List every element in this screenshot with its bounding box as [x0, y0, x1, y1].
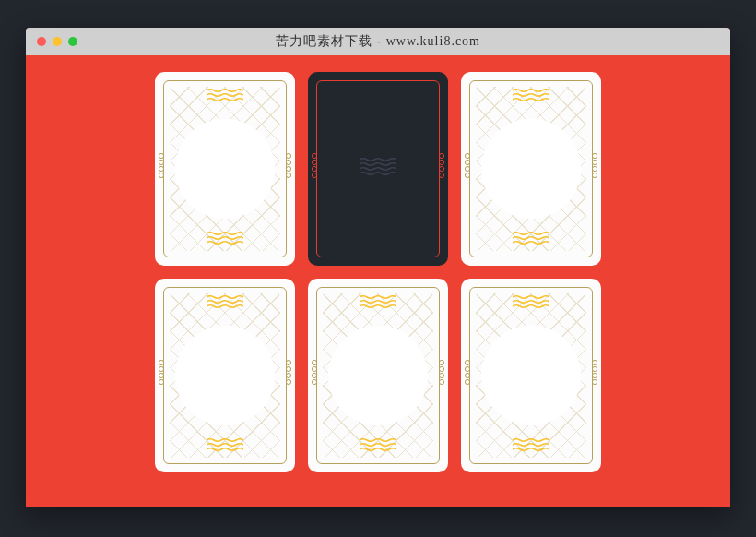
wave-icon: [513, 295, 549, 313]
spiral-icon: [311, 359, 318, 392]
svg-point-12: [439, 153, 443, 158]
svg-point-31: [286, 379, 290, 384]
svg-point-16: [465, 153, 469, 158]
wave-icon: [207, 232, 243, 249]
svg-point-36: [439, 360, 443, 364]
svg-point-30: [286, 373, 290, 377]
card-light[interactable]: [461, 279, 601, 472]
svg-point-7: [286, 173, 290, 177]
svg-point-43: [465, 379, 469, 384]
card-circle: [481, 119, 581, 219]
svg-point-15: [439, 173, 443, 177]
window-title: 苦力吧素材下载 - www.kuli8.com: [26, 33, 730, 50]
wave-icon: [360, 158, 396, 180]
svg-point-14: [439, 166, 443, 171]
svg-point-8: [312, 153, 316, 158]
card-light[interactable]: [155, 72, 295, 266]
card-light[interactable]: [155, 279, 295, 472]
svg-point-40: [465, 360, 469, 364]
svg-point-39: [439, 379, 443, 384]
svg-point-41: [465, 366, 469, 371]
svg-point-35: [312, 379, 316, 384]
svg-point-2: [159, 166, 163, 171]
svg-point-9: [312, 160, 316, 164]
svg-point-3: [159, 173, 163, 177]
svg-point-33: [312, 366, 316, 371]
svg-point-45: [592, 366, 597, 371]
wave-icon: [207, 89, 243, 106]
svg-point-37: [439, 366, 443, 371]
svg-point-44: [592, 360, 597, 364]
card-circle: [481, 326, 581, 425]
spiral-icon: [591, 152, 598, 185]
wave-icon: [360, 438, 396, 456]
svg-point-17: [465, 160, 469, 164]
svg-point-10: [312, 166, 316, 171]
card-light[interactable]: [461, 72, 601, 266]
svg-point-46: [592, 373, 597, 377]
spiral-icon: [591, 359, 598, 392]
svg-point-21: [592, 160, 597, 164]
svg-point-34: [312, 373, 316, 377]
svg-point-27: [159, 379, 163, 384]
svg-point-13: [439, 160, 443, 164]
svg-point-0: [159, 153, 163, 158]
spiral-icon: [285, 152, 292, 185]
svg-point-32: [312, 360, 316, 364]
wave-icon: [513, 232, 549, 249]
svg-point-23: [592, 173, 597, 177]
svg-point-28: [286, 360, 290, 364]
wave-icon: [513, 89, 549, 106]
card-circle: [175, 326, 275, 425]
card-circle: [175, 119, 275, 219]
svg-point-24: [159, 360, 163, 364]
spiral-icon: [438, 152, 445, 185]
wave-icon: [207, 438, 243, 456]
svg-point-42: [465, 373, 469, 377]
spiral-icon: [158, 359, 165, 392]
svg-point-18: [465, 166, 469, 171]
spiral-icon: [438, 359, 445, 392]
card-circle: [328, 326, 428, 425]
card-dark[interactable]: [308, 72, 448, 266]
svg-point-6: [286, 166, 290, 171]
spiral-icon: [285, 359, 292, 392]
browser-window: 苦力吧素材下载 - www.kuli8.com: [26, 28, 730, 507]
svg-point-47: [592, 379, 597, 384]
svg-point-26: [159, 373, 163, 377]
card-light[interactable]: [308, 279, 448, 472]
svg-point-5: [286, 160, 290, 164]
svg-point-4: [286, 153, 290, 158]
svg-point-20: [592, 153, 597, 158]
wave-icon: [513, 438, 549, 456]
titlebar: 苦力吧素材下载 - www.kuli8.com: [26, 28, 730, 55]
svg-point-11: [312, 173, 316, 177]
content-area: [26, 55, 730, 472]
svg-point-29: [286, 366, 290, 371]
spiral-icon: [464, 359, 471, 392]
spiral-icon: [464, 152, 471, 185]
spiral-icon: [311, 152, 318, 185]
svg-point-25: [159, 366, 163, 371]
card-grid: [155, 72, 601, 472]
svg-point-22: [592, 166, 597, 171]
svg-point-38: [439, 373, 443, 377]
wave-icon: [207, 295, 243, 313]
spiral-icon: [158, 152, 165, 185]
wave-icon: [360, 295, 396, 313]
svg-point-1: [159, 160, 163, 164]
svg-point-19: [465, 173, 469, 177]
